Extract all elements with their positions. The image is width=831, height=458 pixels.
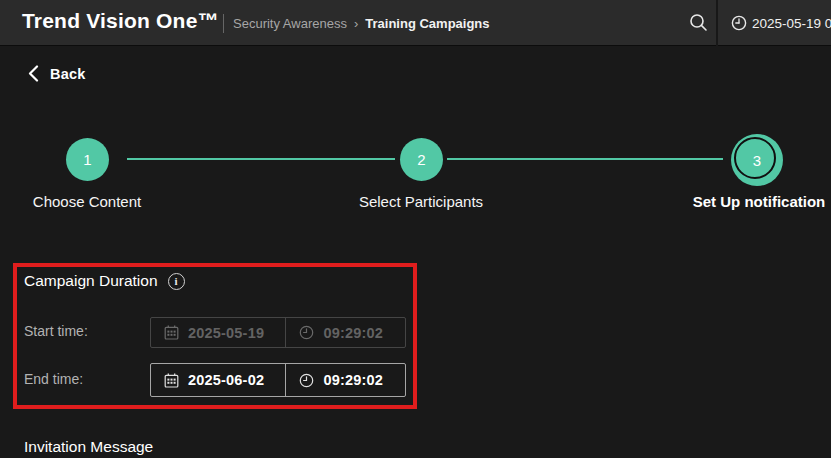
step-2-circle[interactable]: 2 <box>400 138 443 181</box>
breadcrumb: Security Awareness › Training Campaigns <box>233 16 490 31</box>
step-1-circle[interactable]: 1 <box>66 138 109 181</box>
step-3-number: 3 <box>753 152 761 169</box>
end-datetime-picker: 2025-06-02 09:29:02 <box>150 363 406 397</box>
step-connector-1 <box>127 158 395 160</box>
clock-icon <box>299 373 314 388</box>
info-icon[interactable]: i <box>168 273 185 290</box>
info-icon-glyph: i <box>175 276 178 287</box>
end-time-value: 09:29:02 <box>323 372 383 388</box>
breadcrumb-separator-icon: › <box>354 16 358 31</box>
start-date-input: 2025-05-19 <box>151 318 285 347</box>
step-1-label: Choose Content <box>0 193 197 210</box>
start-time-input: 09:29:02 <box>285 318 405 347</box>
end-date-value: 2025-06-02 <box>188 372 264 388</box>
clock-icon <box>731 15 747 31</box>
start-datetime-picker: 2025-05-19 09:29:02 <box>150 317 406 348</box>
breadcrumb-page: Training Campaigns <box>365 16 489 31</box>
invitation-message-title: Invitation Message <box>24 438 153 456</box>
header-datetime: 2025-05-19 09 <box>752 16 831 31</box>
search-icon[interactable] <box>689 13 708 32</box>
step-2-number: 2 <box>417 151 425 168</box>
breadcrumb-section[interactable]: Security Awareness <box>233 16 347 31</box>
step-3-label: Set Up notification <box>649 193 831 210</box>
start-date-value: 2025-05-19 <box>188 325 264 341</box>
brand-logo: Trend Vision One™ <box>22 9 219 33</box>
brand-divider <box>223 14 224 33</box>
step-connector-2 <box>447 158 723 160</box>
end-time-label: End time: <box>24 371 83 387</box>
app-header: Trend Vision One™ Security Awareness › T… <box>0 0 831 46</box>
calendar-icon <box>164 373 179 388</box>
clock-icon <box>299 325 314 340</box>
campaign-duration-title: Campaign Duration i <box>24 272 185 290</box>
back-label: Back <box>50 66 85 82</box>
calendar-icon <box>164 325 179 340</box>
chevron-left-icon <box>28 65 39 82</box>
step-1-number: 1 <box>83 151 91 168</box>
end-date-input[interactable]: 2025-06-02 <box>151 364 285 396</box>
step-3-circle[interactable]: 3 <box>731 134 783 186</box>
start-time-value: 09:29:02 <box>323 325 383 341</box>
back-button[interactable]: Back <box>28 65 85 82</box>
end-time-input[interactable]: 09:29:02 <box>285 364 405 396</box>
step-2-label: Select Participants <box>311 193 531 210</box>
start-time-label: Start time: <box>24 323 88 339</box>
campaign-duration-title-text: Campaign Duration <box>24 272 158 290</box>
header-divider <box>716 0 718 46</box>
